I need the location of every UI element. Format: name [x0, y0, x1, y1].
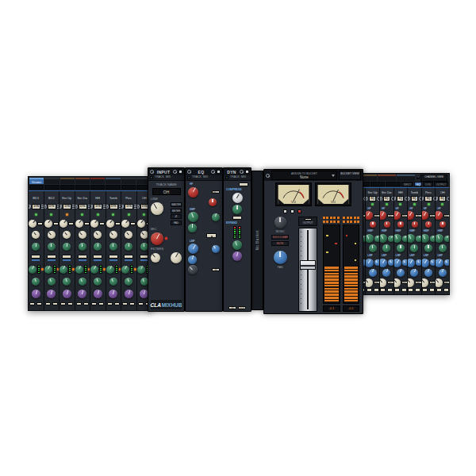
name-box[interactable] [106, 185, 120, 190]
hmf-freq-knob[interactable] [439, 244, 447, 252]
name-box[interactable] [121, 185, 136, 190]
phase-icon[interactable] [44, 205, 47, 209]
zoom-icon[interactable] [187, 170, 191, 174]
phase-icon[interactable] [137, 205, 140, 209]
bank-tab[interactable] [44, 178, 59, 184]
comp-ratio-knob[interactable] [48, 243, 56, 251]
gain-knob[interactable] [106, 220, 114, 228]
eq-badge[interactable]: EQ [424, 196, 432, 202]
phase-icon[interactable] [380, 197, 382, 201]
hmf-q-knob[interactable] [212, 213, 220, 221]
eq-divide-button[interactable] [206, 233, 217, 238]
comp-in-button[interactable] [62, 255, 71, 259]
hmf-gain-knob[interactable] [394, 234, 401, 243]
lmf-q-knob[interactable] [416, 259, 421, 266]
comp-release-knob[interactable] [44, 266, 52, 274]
hp-filter-knob[interactable] [151, 253, 160, 263]
lf-gain-knob[interactable] [422, 278, 428, 287]
dyn-badge[interactable]: DYN [48, 204, 56, 209]
hf-gain-knob[interactable] [366, 211, 372, 220]
dyn-badge[interactable]: DYN [94, 204, 102, 209]
strip-out-button[interactable] [114, 302, 120, 306]
lmf-q-knob[interactable] [444, 259, 449, 266]
lf-gain-knob[interactable] [394, 278, 401, 287]
hf-freq-knob[interactable] [425, 221, 432, 228]
copy-icon[interactable] [187, 176, 190, 179]
strip-button[interactable] [68, 222, 74, 225]
strip-button[interactable] [130, 222, 136, 225]
strip-in-button[interactable] [408, 288, 413, 292]
input-option-button[interactable]: MASTER [171, 202, 182, 207]
collapse-button[interactable] [217, 170, 221, 174]
hmf-gain-knob[interactable] [366, 234, 373, 243]
dyn-badge[interactable]: DYN [109, 204, 118, 209]
lf-bell-button[interactable]: BELL [401, 281, 408, 285]
section-tab[interactable]: DYN [423, 182, 432, 186]
vu-ref-button[interactable] [283, 209, 287, 213]
hmf-q-knob[interactable] [402, 236, 408, 242]
hf-gain-knob[interactable] [188, 187, 198, 198]
comp-release-knob[interactable] [121, 266, 129, 274]
strip-out-button[interactable] [401, 288, 407, 292]
collapse-button[interactable] [245, 170, 249, 174]
strip-out-button[interactable] [387, 288, 393, 292]
eq-badge[interactable]: EQ [369, 196, 376, 202]
comp-release-knob[interactable] [60, 266, 67, 274]
hmf-freq-knob[interactable] [397, 244, 405, 252]
preset-mix[interactable]: MIX [166, 176, 171, 179]
strip-in-button[interactable] [45, 302, 51, 306]
peak-clear-button[interactable] [298, 209, 301, 213]
comp-in-button[interactable] [78, 255, 87, 259]
lf-gain-knob[interactable] [366, 278, 372, 287]
name-box[interactable] [29, 185, 44, 190]
strip-in-button[interactable] [422, 288, 428, 292]
bank-tab[interactable] [378, 175, 396, 181]
phase-icon[interactable] [75, 205, 78, 209]
hmf-q-knob[interactable] [444, 236, 449, 242]
pan-knob[interactable] [109, 231, 117, 239]
name-box[interactable] [75, 185, 90, 190]
exp-threshold-knob[interactable] [63, 278, 71, 286]
lmf-freq-knob[interactable] [439, 269, 447, 277]
zoom-icon[interactable] [266, 174, 270, 178]
preset-mix[interactable]: MIX [203, 176, 208, 179]
output-knob[interactable] [47, 290, 56, 298]
input-option-button[interactable]: PAD [171, 221, 182, 225]
hmf-gain-knob[interactable] [408, 234, 415, 243]
hmf-gain-knob[interactable] [436, 234, 443, 243]
input-option-button[interactable]: METER [171, 209, 182, 213]
strip-in-button[interactable] [436, 288, 442, 292]
strip-button[interactable] [99, 222, 105, 225]
strip-button[interactable] [84, 222, 90, 225]
comp-ratio-knob[interactable] [94, 243, 102, 251]
comp-fast-button[interactable] [232, 216, 242, 220]
bank-tab[interactable] [397, 175, 415, 181]
comp-ratio-knob[interactable] [125, 243, 132, 251]
comp-release-knob[interactable] [90, 266, 98, 274]
preset-track[interactable]: TRACK [155, 176, 164, 179]
hmf-q-knob[interactable] [416, 236, 421, 242]
strip-out-button[interactable] [443, 288, 449, 292]
solo-clear-button[interactable]: SOLO CLEAR [271, 235, 289, 240]
zoom-icon[interactable] [173, 170, 177, 174]
hf-gain-knob[interactable] [380, 211, 386, 220]
preset-track[interactable]: TRACK [192, 176, 202, 179]
lp-filter-knob[interactable] [171, 252, 182, 263]
pan-knob[interactable] [274, 251, 287, 264]
gain-knob[interactable] [60, 220, 67, 228]
track-name-value[interactable]: OH [152, 188, 181, 195]
lf-bell-button[interactable]: BELL [443, 281, 449, 285]
name-box[interactable] [60, 185, 75, 190]
hf-freq-knob[interactable] [412, 221, 418, 228]
strip-in-button[interactable] [138, 302, 144, 306]
strip-in-button[interactable] [91, 302, 97, 306]
lmf-gain-knob[interactable] [394, 259, 401, 267]
strip-in-button[interactable] [380, 288, 386, 292]
hmf-gain-knob[interactable] [380, 234, 387, 243]
mic-gain-knob[interactable] [151, 232, 163, 245]
lf-gain-knob[interactable] [436, 278, 442, 287]
pan-knob[interactable] [125, 231, 132, 239]
lmf-gain-knob[interactable] [408, 259, 415, 267]
comp-in-button[interactable] [124, 255, 133, 259]
hf-bell-button[interactable]: BELL [212, 190, 220, 194]
